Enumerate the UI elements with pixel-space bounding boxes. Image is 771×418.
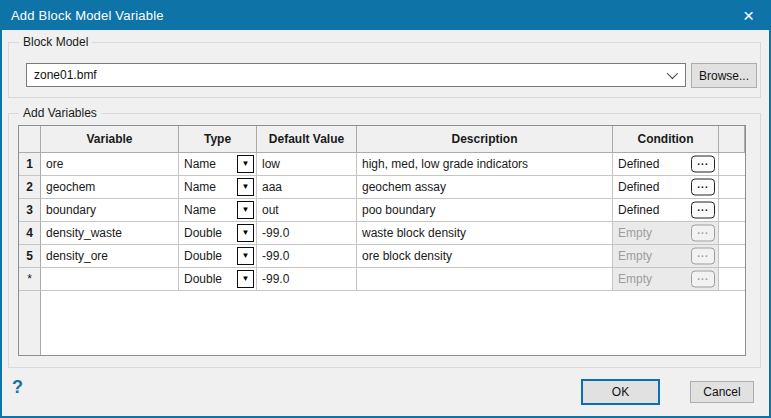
- condition-cell: Defined ...: [613, 176, 719, 199]
- condition-value: Empty: [618, 272, 652, 286]
- type-dropdown-button[interactable]: ▼: [237, 247, 254, 265]
- variable-cell[interactable]: [41, 268, 179, 291]
- dropdown-arrow-icon: ▼: [242, 252, 250, 260]
- row-filler-cell: [719, 199, 745, 222]
- variable-cell[interactable]: ore: [41, 153, 179, 176]
- type-value: Double: [184, 272, 222, 286]
- type-dropdown-button[interactable]: ▼: [237, 201, 254, 219]
- block-model-combo[interactable]: zone01.bmf: [26, 63, 686, 87]
- default-value-cell[interactable]: aaa: [257, 176, 357, 199]
- ok-button[interactable]: OK: [581, 379, 660, 405]
- dialog-body: Block Model zone01.bmf Browse... Add Var…: [2, 30, 769, 416]
- add-block-model-variable-dialog: Add Block Model Variable × Block Model z…: [0, 0, 771, 418]
- type-dropdown-button[interactable]: ▼: [237, 224, 254, 242]
- description-cell[interactable]: geochem assay: [357, 176, 613, 199]
- type-value: Name: [184, 203, 216, 217]
- condition-value: Defined: [618, 180, 659, 194]
- type-dropdown-button[interactable]: ▼: [237, 270, 254, 288]
- table-row: 5 density_ore Double ▼ -99.0 ore block d…: [19, 245, 745, 268]
- add-variables-label: Add Variables: [19, 106, 101, 120]
- condition-ellipsis-button: ...: [691, 225, 715, 242]
- table-row: 4 density_waste Double ▼ -99.0 waste blo…: [19, 222, 745, 245]
- browse-button[interactable]: Browse...: [691, 63, 757, 88]
- default-value-cell[interactable]: low: [257, 153, 357, 176]
- table-row: * Double ▼ -99.0 Empty ...: [19, 268, 745, 291]
- type-cell[interactable]: Name ▼: [179, 199, 257, 222]
- help-icon[interactable]: ?: [12, 377, 23, 398]
- grid-rows: 1 ore Name ▼ low high, med, low grade in…: [19, 153, 745, 291]
- column-header-rownum: [19, 126, 41, 153]
- condition-ellipsis-button: ...: [691, 271, 715, 288]
- variable-cell[interactable]: geochem: [41, 176, 179, 199]
- condition-value: Empty: [618, 249, 652, 263]
- condition-cell: Empty ...: [613, 268, 719, 291]
- type-cell[interactable]: Name ▼: [179, 176, 257, 199]
- grid-empty-area: [19, 291, 745, 355]
- description-cell[interactable]: ore block density: [357, 245, 613, 268]
- row-filler-cell: [719, 153, 745, 176]
- type-value: Name: [184, 180, 216, 194]
- variable-cell[interactable]: density_ore: [41, 245, 179, 268]
- type-dropdown-button[interactable]: ▼: [237, 155, 254, 173]
- row-filler-cell: [719, 245, 745, 268]
- type-cell[interactable]: Double ▼: [179, 268, 257, 291]
- description-cell[interactable]: [357, 268, 613, 291]
- column-header-description: Description: [357, 126, 613, 153]
- row-number-cell[interactable]: 5: [19, 245, 41, 268]
- type-value: Double: [184, 249, 222, 263]
- table-row: 3 boundary Name ▼ out poo boundary Defin…: [19, 199, 745, 222]
- row-number-cell[interactable]: 3: [19, 199, 41, 222]
- close-icon: ×: [743, 6, 754, 25]
- dialog-title: Add Block Model Variable: [0, 8, 164, 23]
- dropdown-arrow-icon: ▼: [242, 183, 250, 191]
- description-cell[interactable]: waste block density: [357, 222, 613, 245]
- dropdown-arrow-icon: ▼: [242, 275, 250, 283]
- condition-value: Empty: [618, 226, 652, 240]
- condition-cell: Empty ...: [613, 245, 719, 268]
- variable-cell[interactable]: boundary: [41, 199, 179, 222]
- default-value-cell[interactable]: -99.0: [257, 222, 357, 245]
- default-value-cell[interactable]: out: [257, 199, 357, 222]
- dropdown-arrow-icon: ▼: [242, 206, 250, 214]
- description-cell[interactable]: high, med, low grade indicators: [357, 153, 613, 176]
- row-filler-cell: [719, 176, 745, 199]
- column-header-default-value: Default Value: [257, 126, 357, 153]
- column-header-condition: Condition: [613, 126, 719, 153]
- row-number-cell[interactable]: 1: [19, 153, 41, 176]
- dropdown-arrow-icon: ▼: [242, 160, 250, 168]
- row-number-cell[interactable]: 4: [19, 222, 41, 245]
- variables-grid: Variable Type Default Value Description …: [18, 125, 746, 356]
- condition-cell: Defined ...: [613, 199, 719, 222]
- table-row: 2 geochem Name ▼ aaa geochem assay Defin…: [19, 176, 745, 199]
- condition-ellipsis-button[interactable]: ...: [691, 179, 715, 196]
- row-filler-cell: [719, 222, 745, 245]
- condition-ellipsis-button: ...: [691, 248, 715, 265]
- grid-header-row: Variable Type Default Value Description …: [19, 126, 745, 153]
- type-cell[interactable]: Double ▼: [179, 245, 257, 268]
- grid-empty-filler: [41, 291, 745, 355]
- row-header-filler: [19, 291, 41, 355]
- chevron-down-icon: [667, 68, 678, 79]
- row-filler-cell: [719, 268, 745, 291]
- type-value: Double: [184, 226, 222, 240]
- cancel-button[interactable]: Cancel: [690, 381, 754, 403]
- condition-ellipsis-button[interactable]: ...: [691, 156, 715, 173]
- variable-cell[interactable]: density_waste: [41, 222, 179, 245]
- row-number-cell[interactable]: *: [19, 268, 41, 291]
- close-button[interactable]: ×: [726, 0, 771, 30]
- condition-value: Defined: [618, 203, 659, 217]
- description-cell[interactable]: poo boundary: [357, 199, 613, 222]
- default-value-cell[interactable]: -99.0: [257, 268, 357, 291]
- column-header-filler: [719, 126, 745, 153]
- type-cell[interactable]: Double ▼: [179, 222, 257, 245]
- type-cell[interactable]: Name ▼: [179, 153, 257, 176]
- column-header-variable: Variable: [41, 126, 179, 153]
- default-value-cell[interactable]: -99.0: [257, 245, 357, 268]
- titlebar: Add Block Model Variable ×: [0, 0, 771, 30]
- condition-ellipsis-button[interactable]: ...: [691, 202, 715, 219]
- condition-value: Defined: [618, 157, 659, 171]
- row-number-cell[interactable]: 2: [19, 176, 41, 199]
- dropdown-arrow-icon: ▼: [242, 229, 250, 237]
- type-dropdown-button[interactable]: ▼: [237, 178, 254, 196]
- type-value: Name: [184, 157, 216, 171]
